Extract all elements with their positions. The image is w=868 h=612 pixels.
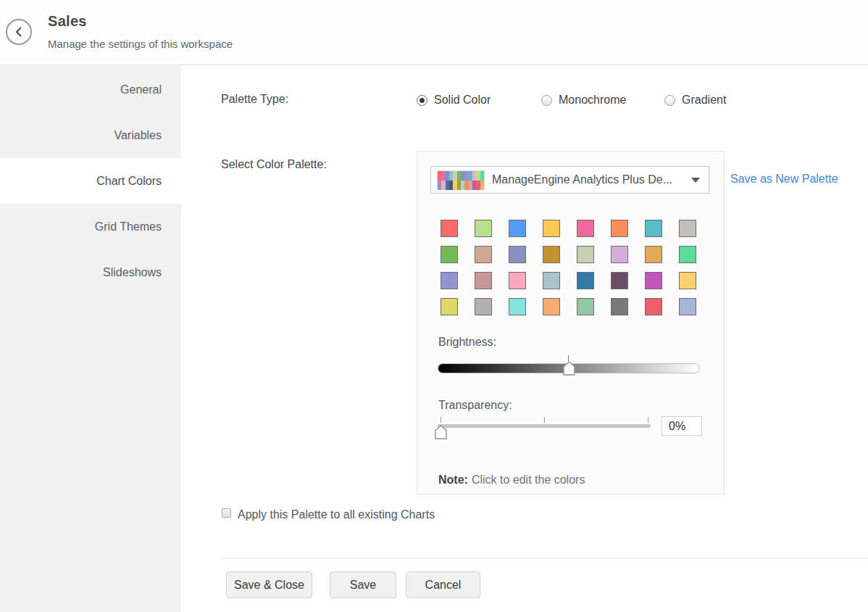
color-swatch[interactable] — [543, 298, 560, 315]
color-swatch[interactable] — [509, 246, 526, 263]
sidebar: General Variables Chart Colors Grid Them… — [0, 65, 181, 612]
color-swatch[interactable] — [509, 272, 526, 289]
color-swatch[interactable] — [543, 220, 560, 237]
palette-dropdown-value: ManageEngine Analytics Plus De... — [492, 173, 672, 186]
palette-panel: ManageEngine Analytics Plus De... Bright… — [417, 151, 725, 495]
color-swatch[interactable] — [577, 298, 594, 315]
content-area: Palette Type: Solid Color Monochrome Gra… — [181, 65, 868, 612]
color-swatch[interactable] — [475, 246, 492, 263]
color-swatch[interactable] — [645, 220, 662, 237]
color-swatch[interactable] — [645, 246, 662, 263]
color-swatch[interactable] — [441, 272, 458, 289]
radio-label-gradient: Gradient — [682, 94, 726, 107]
color-swatch[interactable] — [611, 298, 628, 315]
page-title: Sales — [48, 13, 87, 30]
color-swatch[interactable] — [577, 246, 594, 263]
transparency-thumb[interactable] — [435, 425, 447, 439]
palette-type-label: Palette Type: — [221, 93, 288, 106]
color-swatch[interactable] — [679, 272, 696, 289]
color-swatch[interactable] — [441, 298, 458, 315]
radio-solid-color-icon[interactable] — [417, 95, 427, 106]
color-swatch[interactable] — [611, 246, 628, 263]
brightness-slider — [438, 355, 700, 384]
apply-palette-checkbox[interactable] — [222, 508, 231, 518]
back-button[interactable] — [6, 19, 32, 45]
color-swatch[interactable] — [611, 220, 628, 237]
color-swatch[interactable] — [577, 220, 594, 237]
page-subtitle: Manage the settings of this workspace — [48, 38, 233, 50]
transparency-track[interactable] — [438, 424, 651, 428]
save-and-close-button[interactable]: Save & Close — [226, 571, 312, 598]
sidebar-item-grid-themes[interactable]: Grid Themes — [0, 204, 181, 249]
transparency-tick-start — [441, 417, 441, 423]
palette-thumbnail-stripe — [480, 181, 484, 190]
color-swatch[interactable] — [509, 298, 526, 315]
radio-option-solid-color[interactable]: Solid Color — [417, 94, 491, 107]
color-swatch[interactable] — [611, 272, 628, 289]
chevron-down-icon — [691, 178, 700, 183]
cancel-button[interactable]: Cancel — [406, 571, 480, 598]
palette-note: Note:Click to edit the colors — [438, 474, 585, 487]
apply-palette-checkbox-row[interactable]: Apply this Palette to all existing Chart… — [222, 506, 435, 524]
transparency-tick-end — [648, 417, 648, 423]
note-text: Click to edit the colors — [472, 474, 585, 486]
select-palette-label: Select Color Palette: — [221, 158, 327, 171]
brightness-center-tick — [568, 355, 569, 361]
color-swatch[interactable] — [679, 220, 696, 237]
sidebar-item-slideshows[interactable]: Slideshows — [0, 249, 181, 295]
radio-option-monochrome[interactable]: Monochrome — [541, 94, 626, 107]
color-swatch[interactable] — [679, 298, 696, 315]
sidebar-item-chart-colors[interactable]: Chart Colors — [0, 158, 181, 204]
apply-palette-label: Apply this Palette to all existing Chart… — [238, 508, 435, 521]
transparency-value-field[interactable]: 0% — [662, 416, 702, 436]
palette-thumbnail-stripe — [480, 171, 484, 181]
radio-gradient-icon[interactable] — [664, 95, 675, 106]
color-swatch[interactable] — [543, 246, 560, 263]
note-bold: Note: — [438, 474, 468, 486]
footer-divider — [221, 558, 868, 558]
palette-dropdown[interactable]: ManageEngine Analytics Plus De... — [430, 166, 709, 194]
palette-thumbnail — [437, 170, 485, 189]
transparency-slider — [438, 417, 651, 443]
color-swatch[interactable] — [441, 246, 458, 263]
radio-monochrome-icon[interactable] — [541, 95, 552, 106]
color-swatch[interactable] — [543, 272, 560, 289]
workspace-settings-window: Sales Manage the settings of this worksp… — [0, 0, 868, 612]
color-swatch[interactable] — [645, 272, 662, 289]
transparency-tick-middle — [544, 417, 545, 423]
color-swatch[interactable] — [577, 272, 594, 289]
brightness-label: Brightness: — [438, 336, 496, 349]
radio-label-monochrome: Monochrome — [559, 94, 626, 107]
transparency-label: Transparency: — [438, 399, 512, 412]
header: Sales Manage the settings of this worksp… — [0, 0, 868, 65]
color-swatch[interactable] — [509, 220, 526, 237]
brightness-thumb[interactable] — [563, 361, 575, 376]
radio-option-gradient[interactable]: Gradient — [664, 94, 726, 107]
color-swatch[interactable] — [679, 246, 696, 263]
color-swatch[interactable] — [475, 298, 492, 315]
save-button[interactable]: Save — [330, 571, 396, 598]
swatch-grid — [441, 220, 696, 315]
color-swatch[interactable] — [475, 272, 492, 289]
chevron-left-icon — [11, 24, 27, 40]
color-swatch[interactable] — [475, 220, 492, 237]
sidebar-item-variables[interactable]: Variables — [0, 112, 181, 158]
save-as-new-palette-link[interactable]: Save as New Palette — [730, 173, 838, 186]
color-swatch[interactable] — [645, 298, 662, 315]
sidebar-item-general[interactable]: General — [0, 67, 181, 112]
color-swatch[interactable] — [441, 220, 458, 237]
radio-label-solid-color: Solid Color — [434, 94, 491, 107]
